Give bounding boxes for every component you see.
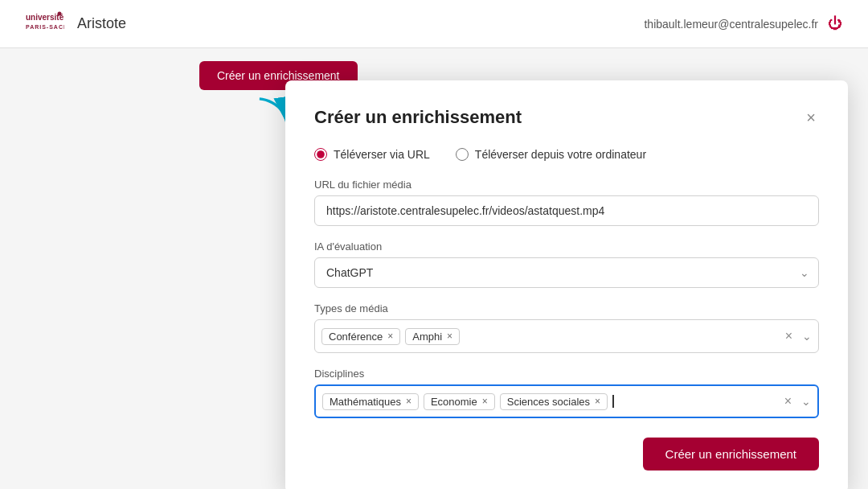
tag-sciences-sociales: Sciences sociales × — [500, 393, 608, 410]
modal-close-button[interactable]: × — [803, 106, 819, 129]
url-label: URL du fichier média — [314, 179, 819, 191]
svg-text:PARIS-SACLAY: PARIS-SACLAY — [26, 24, 64, 30]
ia-select-wrapper: ChatGPT ⌄ — [314, 257, 819, 288]
media-types-chevron-icon[interactable]: ⌄ — [802, 331, 812, 342]
svg-point-2 — [58, 11, 62, 15]
upload-method-radio-group: Téléverser via URL Téléverser depuis vot… — [314, 148, 819, 161]
create-enrichment-modal: Créer un enrichissement × Téléverser via… — [285, 80, 848, 489]
tag-mathematiques-remove-button[interactable]: × — [406, 397, 411, 406]
ia-label: IA d'évaluation — [314, 240, 819, 253]
radio-computer-label[interactable]: Téléverser depuis votre ordinateur — [456, 148, 646, 161]
university-logo: université PARIS-SACLAY — [26, 10, 64, 39]
tag-economie-text: Economie — [431, 396, 477, 408]
app-title: Aristote — [77, 15, 126, 32]
tag-conference-text: Conférence — [329, 331, 383, 343]
radio-url-text: Téléverser via URL — [334, 148, 430, 161]
header-left: université PARIS-SACLAY Aristote — [26, 10, 126, 39]
disciplines-tags-input[interactable]: Mathématiques × Economie × Sciences soci… — [314, 384, 819, 418]
radio-url-label[interactable]: Téléverser via URL — [314, 148, 430, 161]
tag-amphi-text: Amphi — [412, 331, 442, 343]
radio-url-input[interactable] — [314, 148, 327, 161]
tag-sciences-sociales-text: Sciences sociales — [507, 396, 590, 408]
tag-conference: Conférence × — [321, 328, 400, 345]
disciplines-clear-button[interactable]: × — [784, 395, 792, 408]
main-content: Créer un enrichissement Créer un enrichi… — [0, 48, 868, 489]
disciplines-chevron-icon[interactable]: ⌄ — [801, 396, 811, 407]
url-input[interactable] — [314, 195, 819, 226]
modal-header: Créer un enrichissement × — [314, 106, 819, 129]
tag-economie: Economie × — [424, 393, 495, 410]
header: université PARIS-SACLAY Aristote thibaul… — [0, 0, 868, 48]
ia-field-group: IA d'évaluation ChatGPT ⌄ — [314, 240, 819, 288]
radio-computer-text: Téléverser depuis votre ordinateur — [475, 148, 646, 161]
media-types-label: Types de média — [314, 302, 819, 314]
tag-amphi-remove-button[interactable]: × — [447, 331, 452, 341]
text-cursor — [612, 395, 614, 408]
tag-amphi: Amphi × — [405, 328, 460, 345]
tag-mathematiques-text: Mathématiques — [330, 396, 401, 408]
tag-economie-remove-button[interactable]: × — [482, 397, 488, 406]
media-types-tags-input[interactable]: Conférence × Amphi × × ⌄ — [314, 319, 819, 353]
modal-title: Créer un enrichissement — [314, 107, 522, 128]
user-email: thibault.lemeur@centralesupelec.fr — [644, 18, 818, 31]
media-types-clear-button[interactable]: × — [785, 330, 792, 343]
url-field-group: URL du fichier média — [314, 179, 819, 226]
logo-svg: université PARIS-SACLAY — [26, 10, 64, 39]
radio-computer-input[interactable] — [456, 148, 469, 161]
tag-mathematiques: Mathématiques × — [322, 393, 419, 410]
modal-footer: Créer un enrichissement — [314, 438, 819, 471]
header-right: thibault.lemeur@centralesupelec.fr ⏻ — [644, 15, 842, 32]
power-icon[interactable]: ⏻ — [828, 15, 842, 32]
disciplines-label: Disciplines — [314, 368, 819, 380]
tag-sciences-sociales-remove-button[interactable]: × — [595, 397, 600, 406]
disciplines-field-group: Disciplines Mathématiques × Economie × S… — [314, 368, 819, 418]
ia-select[interactable]: ChatGPT — [314, 257, 819, 288]
media-types-field-group: Types de média Conférence × Amphi × × ⌄ — [314, 302, 819, 353]
tag-conference-remove-button[interactable]: × — [387, 331, 393, 341]
create-enrichment-submit-button[interactable]: Créer un enrichissement — [643, 438, 819, 471]
